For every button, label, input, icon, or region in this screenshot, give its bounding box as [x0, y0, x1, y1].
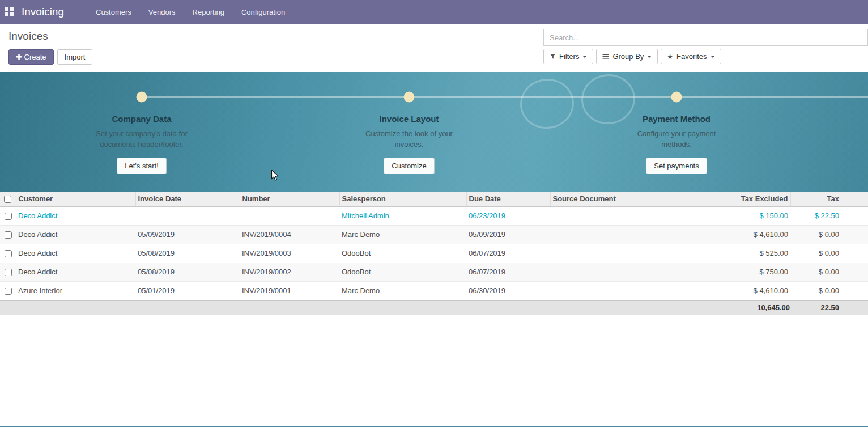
cell-source-document[interactable]: [550, 244, 692, 263]
funnel-icon: [550, 53, 556, 60]
cell-salesperson[interactable]: Marc Demo: [339, 281, 466, 300]
menu-reporting[interactable]: Reporting: [193, 8, 224, 16]
totals-spacer: [0, 300, 692, 315]
menu-vendors[interactable]: Vendors: [148, 8, 176, 16]
cell-salesperson[interactable]: Marc Demo: [339, 225, 466, 244]
onboarding-banner: Company Data Set your company's data for…: [0, 72, 868, 192]
col-tax[interactable]: Tax: [790, 192, 868, 206]
row-checkbox-cell[interactable]: [0, 244, 16, 263]
cell-salesperson[interactable]: OdooBot: [339, 244, 466, 263]
col-number[interactable]: Number: [240, 192, 339, 206]
table-row[interactable]: Deco Addict 05/09/2019 INV/2019/0004 Mar…: [0, 225, 868, 244]
cell-tax[interactable]: $ 0.00: [790, 244, 868, 263]
cell-number[interactable]: INV/2019/0001: [240, 281, 339, 300]
create-button[interactable]: ✚ Create: [8, 49, 54, 65]
customize-button[interactable]: Customize: [384, 158, 434, 174]
list-lines-icon: [602, 53, 609, 60]
cell-tax-excluded[interactable]: $ 525.00: [692, 244, 790, 263]
step-description: Customize the look of your invoices.: [354, 128, 465, 150]
favorites-button[interactable]: ★ Favorites: [661, 49, 721, 64]
cell-customer[interactable]: Deco Addict: [16, 225, 135, 244]
apps-menu-icon[interactable]: [5, 7, 14, 16]
cell-invoice-date[interactable]: 05/09/2019: [135, 225, 240, 244]
row-checkbox[interactable]: [5, 231, 12, 239]
cell-tax[interactable]: $ 22.50: [790, 206, 868, 225]
row-checkbox-cell[interactable]: [0, 225, 16, 244]
set-payments-button[interactable]: Set payments: [646, 158, 707, 174]
cell-invoice-date[interactable]: [135, 206, 240, 225]
menu-customers[interactable]: Customers: [96, 8, 131, 16]
cell-salesperson[interactable]: Mitchell Admin: [339, 206, 466, 225]
step-title: Invoice Layout: [379, 114, 439, 124]
cell-customer[interactable]: Deco Addict: [16, 263, 135, 281]
cell-tax-excluded[interactable]: $ 4,610.00: [692, 225, 790, 244]
cell-invoice-date[interactable]: 05/08/2019: [135, 244, 240, 263]
cell-due-date[interactable]: 06/07/2019: [466, 244, 550, 263]
view-controls: Filters Group By ★ Favorites: [543, 49, 868, 64]
step-dot-payment-method: [671, 92, 682, 103]
select-all-checkbox-cell[interactable]: [0, 192, 16, 206]
totals-row: 10,645.00 22.50: [0, 300, 868, 315]
row-checkbox[interactable]: [5, 288, 12, 295]
cell-customer[interactable]: Deco Addict: [16, 206, 135, 225]
col-due-date[interactable]: Due Date: [466, 192, 550, 206]
import-button[interactable]: Import: [57, 49, 93, 65]
cell-due-date[interactable]: 06/23/2019: [466, 206, 550, 225]
cell-customer[interactable]: Deco Addict: [16, 244, 135, 263]
table-row[interactable]: Azure Interior 05/01/2019 INV/2019/0001 …: [0, 281, 868, 300]
cell-tax[interactable]: $ 0.00: [790, 263, 868, 281]
table-row[interactable]: Deco Addict Mitchell Admin 06/23/2019 $ …: [0, 206, 868, 225]
step-description: Configure your payment methods.: [622, 128, 732, 150]
row-checkbox[interactable]: [5, 250, 12, 257]
plus-icon: ✚: [16, 53, 22, 61]
filters-button[interactable]: Filters: [543, 49, 593, 64]
table-row[interactable]: Deco Addict 05/08/2019 INV/2019/0003 Odo…: [0, 244, 868, 263]
total-tax: 22.50: [790, 300, 868, 315]
star-icon: ★: [667, 53, 673, 60]
progress-track: [142, 96, 868, 98]
row-checkbox-cell[interactable]: [0, 281, 16, 300]
menu-configuration[interactable]: Configuration: [241, 8, 285, 16]
col-salesperson[interactable]: Salesperson: [339, 192, 466, 206]
cell-source-document[interactable]: [550, 206, 692, 225]
cell-salesperson[interactable]: OdooBot: [339, 263, 466, 281]
col-tax-excluded[interactable]: Tax Excluded: [692, 192, 790, 206]
table-row[interactable]: Deco Addict 05/08/2019 INV/2019/0002 Odo…: [0, 263, 868, 281]
cell-tax-excluded[interactable]: $ 750.00: [692, 263, 790, 281]
chevron-down-icon: [647, 56, 652, 58]
cell-invoice-date[interactable]: 05/01/2019: [135, 281, 240, 300]
cell-number[interactable]: INV/2019/0003: [240, 244, 339, 263]
select-all-checkbox[interactable]: [4, 196, 11, 203]
group-by-button[interactable]: Group By: [596, 49, 658, 64]
col-source-document[interactable]: Source Document: [550, 192, 692, 206]
lets-start-button[interactable]: Let's start!: [117, 158, 167, 174]
cell-source-document[interactable]: [550, 281, 692, 300]
row-checkbox[interactable]: [5, 213, 12, 220]
app-name[interactable]: Invoicing: [22, 6, 64, 18]
cell-tax[interactable]: $ 0.00: [790, 225, 868, 244]
cell-due-date[interactable]: 05/09/2019: [466, 225, 550, 244]
cell-due-date[interactable]: 06/07/2019: [466, 263, 550, 281]
row-checkbox-cell[interactable]: [0, 206, 16, 225]
chevron-down-icon: [710, 56, 715, 58]
step-description: Set your company's data for documents he…: [87, 128, 197, 150]
cell-invoice-date[interactable]: 05/08/2019: [135, 263, 240, 281]
cell-customer[interactable]: Azure Interior: [16, 281, 135, 300]
cell-tax[interactable]: $ 0.00: [790, 281, 868, 300]
cell-number[interactable]: [240, 206, 339, 225]
col-customer[interactable]: Customer: [16, 192, 135, 206]
cell-source-document[interactable]: [550, 225, 692, 244]
row-checkbox[interactable]: [5, 269, 12, 276]
cell-source-document[interactable]: [550, 263, 692, 281]
cell-tax-excluded[interactable]: $ 4,610.00: [692, 281, 790, 300]
cell-number[interactable]: INV/2019/0004: [240, 225, 339, 244]
cell-number[interactable]: INV/2019/0002: [240, 263, 339, 281]
total-tax-excluded: 10,645.00: [692, 300, 790, 315]
cell-due-date[interactable]: 06/30/2019: [466, 281, 550, 300]
col-invoice-date[interactable]: Invoice Date: [135, 192, 240, 206]
row-checkbox-cell[interactable]: [0, 263, 16, 281]
step-dot-invoice-layout: [404, 92, 415, 103]
cell-tax-excluded[interactable]: $ 150.00: [692, 206, 790, 225]
search-input[interactable]: [543, 29, 868, 46]
onboarding-step-payment-method: Payment Method Configure your payment me…: [543, 107, 810, 174]
